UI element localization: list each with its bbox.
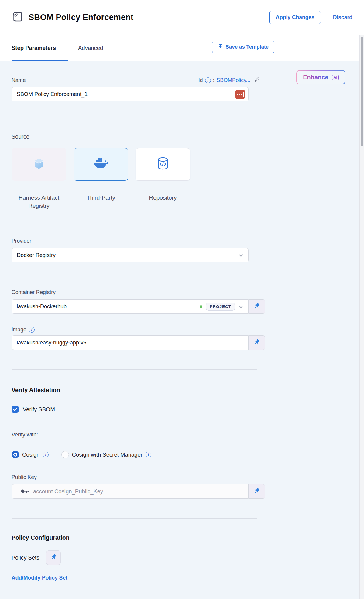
container-registry-value: lavakush-Dockerhub xyxy=(17,303,200,310)
cube-icon xyxy=(32,157,46,172)
image-input-wrapper xyxy=(12,335,249,350)
pin-input-type-button[interactable] xyxy=(249,299,265,314)
source-label: Source xyxy=(12,133,352,140)
scrollbar-track xyxy=(359,35,364,599)
multi-type-selector-icon[interactable] xyxy=(235,90,245,99)
save-as-template-button[interactable]: Save as Template xyxy=(212,41,274,53)
source-card-label: Third-Party xyxy=(87,193,115,202)
provider-label: Provider xyxy=(12,238,352,244)
source-card-third-party[interactable] xyxy=(74,148,128,181)
connector-status-dot xyxy=(200,305,202,308)
cosign-radio-label: Cosign xyxy=(22,451,40,458)
discard-button[interactable]: Discard xyxy=(333,14,352,21)
name-input[interactable] xyxy=(17,91,243,98)
divider xyxy=(12,122,257,122)
sbom-policy-icon xyxy=(12,10,24,24)
image-label-row: Image i xyxy=(12,327,352,333)
page-title: SBOM Policy Enforcement xyxy=(29,13,133,22)
verify-sbom-label: Verify SBOM xyxy=(23,406,55,413)
source-card-label: Repository xyxy=(149,193,177,202)
public-key-label: Public Key xyxy=(12,474,352,481)
verify-with-label: Verify with: xyxy=(12,432,352,438)
cosign-secret-manager-label: Cosign with Secret Manager xyxy=(72,451,143,458)
chevron-down-icon xyxy=(239,303,243,310)
public-key-input[interactable]: account.Cosign_Public_Key xyxy=(12,484,249,499)
chevron-down-icon xyxy=(239,252,243,258)
verify-sbom-checkbox[interactable] xyxy=(12,406,19,413)
provider-select[interactable]: Docker Registry xyxy=(12,248,249,262)
tab-advanced[interactable]: Advanced xyxy=(78,35,103,61)
tab-bar: Step Parameters Advanced Save as Templat… xyxy=(0,35,364,61)
divider xyxy=(12,369,257,370)
id-label: Id xyxy=(198,77,203,84)
repository-icon xyxy=(156,157,170,172)
pin-icon xyxy=(253,303,260,310)
provider-value: Docker Registry xyxy=(17,252,239,258)
cosign-radio[interactable] xyxy=(12,451,19,458)
add-modify-policy-set-link[interactable]: Add/Modify Policy Set xyxy=(12,575,67,581)
source-card-harness-artifact-registry[interactable] xyxy=(12,148,66,181)
container-registry-label: Container Registry xyxy=(12,289,352,296)
tab-step-parameters[interactable]: Step Parameters xyxy=(12,35,56,61)
panel-header: SBOM Policy Enforcement Apply Changes Di… xyxy=(0,0,364,35)
pin-input-type-button[interactable] xyxy=(249,484,265,499)
docker-icon xyxy=(93,157,108,171)
image-input[interactable] xyxy=(17,340,243,346)
public-key-value: account.Cosign_Public_Key xyxy=(33,488,243,495)
policy-configuration-heading: Policy Configuration xyxy=(12,534,352,541)
policy-sets-label: Policy Sets xyxy=(12,554,39,561)
container-registry-select[interactable]: lavakush-Dockerhub PROJECT xyxy=(12,299,249,314)
upload-template-icon xyxy=(218,44,223,50)
info-icon: i xyxy=(146,452,151,457)
divider xyxy=(12,518,257,519)
edit-icon[interactable] xyxy=(254,77,260,84)
scrollbar-thumb[interactable] xyxy=(361,37,363,146)
policy-sets-pin-button[interactable] xyxy=(46,550,61,565)
step-id-value: SBOMPolicy... xyxy=(216,77,250,84)
verify-attestation-heading: Verify Attestation xyxy=(12,387,352,394)
scope-badge: PROJECT xyxy=(206,303,235,311)
apply-changes-button[interactable]: Apply Changes xyxy=(269,11,321,24)
info-icon: i xyxy=(43,452,49,457)
name-label: Name xyxy=(12,77,26,84)
pin-icon xyxy=(50,554,57,562)
info-icon: i xyxy=(205,77,211,83)
source-card-repository[interactable] xyxy=(136,148,190,181)
pin-input-type-button[interactable] xyxy=(249,335,265,350)
key-icon xyxy=(21,488,29,495)
info-icon: i xyxy=(29,327,35,333)
pin-icon xyxy=(253,339,260,347)
name-input-wrapper xyxy=(12,87,249,101)
source-card-label: Harness Artifact Registry xyxy=(12,193,66,210)
image-label: Image xyxy=(12,327,26,333)
pin-icon xyxy=(253,488,260,495)
step-parameters-panel: Name Id i : SBOMPolicy... Source xyxy=(0,61,352,593)
cosign-secret-manager-radio[interactable] xyxy=(61,451,69,458)
